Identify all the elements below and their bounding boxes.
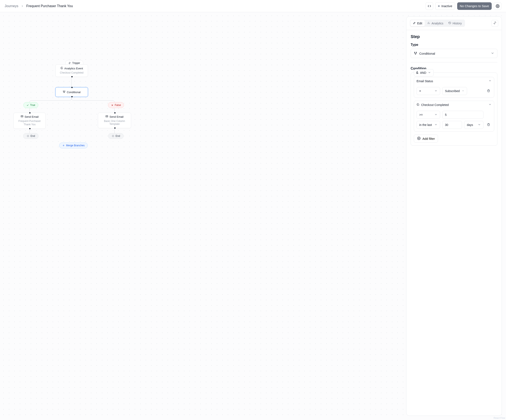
tab-history[interactable]: History <box>446 20 464 26</box>
type-label: Type <box>411 43 497 47</box>
breadcrumb-root[interactable]: Journeys <box>5 4 18 8</box>
ampersand-icon: & <box>416 71 419 75</box>
chevron-down-icon <box>462 89 464 93</box>
filter-op-select[interactable]: = <box>417 87 440 95</box>
chevron-down-icon <box>491 52 494 56</box>
filter-op-select[interactable]: >= <box>417 111 440 119</box>
chevron-down-icon <box>478 123 481 127</box>
svg-point-7 <box>65 91 65 91</box>
collapse-button[interactable] <box>492 20 498 27</box>
send-email-false-node[interactable]: Send Email Basic One Column Template <box>98 113 131 128</box>
filter-field-select[interactable]: Email Status <box>417 79 492 85</box>
filter-window-value-input[interactable] <box>442 121 462 129</box>
trigger-title: Analytics Event <box>64 67 83 70</box>
panel-header: Edit Analytics History <box>406 17 502 30</box>
tab-analytics[interactable]: Analytics <box>425 20 446 26</box>
status-button[interactable]: Inactive <box>435 2 455 10</box>
gear-icon <box>496 4 499 8</box>
header-actions: Inactive No Changes to Save <box>426 2 501 10</box>
end-pill-right[interactable]: End <box>108 133 124 139</box>
trigger-label: Trigger <box>72 62 80 65</box>
code-button[interactable] <box>426 2 433 10</box>
trigger-node[interactable]: Analytics Event Checkout Completed <box>55 64 88 77</box>
filter-field-label: Email Status <box>417 79 433 83</box>
filter-op-value: >= <box>419 113 423 116</box>
filter-email-status: Email Status = Subscribed <box>414 77 494 98</box>
plus-circle-icon <box>417 136 421 141</box>
send-email-true-title: Send Email <box>25 115 39 118</box>
status-dot-icon <box>438 5 440 7</box>
true-label: True <box>30 104 35 107</box>
conditional-node[interactable]: Conditional <box>55 87 88 97</box>
type-select[interactable]: Conditional <box>411 49 497 58</box>
check-circle-icon <box>417 103 419 107</box>
filter-window-rel: in the last <box>419 123 432 127</box>
pencil-icon <box>413 21 416 25</box>
trash-icon <box>487 89 490 93</box>
app-header: Journeys Frequent Purchaser Thank You In… <box>0 0 506 12</box>
history-icon <box>448 21 451 25</box>
filter-window-rel-select[interactable]: in the last <box>417 121 440 129</box>
end-pill-left[interactable]: End <box>23 133 39 139</box>
step-panel: Edit Analytics History Step Type <box>406 16 502 416</box>
chevron-down-icon <box>434 123 437 127</box>
type-value: Conditional <box>419 52 435 55</box>
svg-point-6 <box>63 91 64 91</box>
delete-filter-button[interactable] <box>486 122 492 128</box>
logic-label: AND <box>420 71 426 74</box>
delete-filter-button[interactable] <box>486 88 492 94</box>
add-filter-label: Add filter <box>422 137 435 140</box>
breadcrumb: Journeys Frequent Purchaser Thank You <box>5 4 73 8</box>
filter-checkout-completed: Checkout Completed >= <box>414 101 494 132</box>
filter-window-value[interactable] <box>445 123 459 127</box>
send-email-true-node[interactable]: Send Email Frequent Purchaser Thank You <box>13 113 46 129</box>
tab-edit[interactable]: Edit <box>410 20 425 26</box>
check-icon <box>27 104 29 106</box>
merge-branches-pill[interactable]: Merge Branches <box>59 142 88 149</box>
add-filter-button[interactable]: Add filter <box>414 135 438 142</box>
status-label: Inactive <box>441 4 452 8</box>
condition-group: & AND Email Status = <box>411 72 497 146</box>
breadcrumb-current: Frequent Purchaser Thank You <box>26 4 73 8</box>
bar-chart-icon <box>427 21 430 25</box>
filter-value: Subscribed <box>445 89 460 93</box>
minimize-icon <box>493 21 496 25</box>
filter-field-select[interactable]: Checkout Completed <box>417 103 492 109</box>
tab-history-label: History <box>453 22 462 25</box>
filter-window-unit-select[interactable]: days <box>464 121 484 129</box>
check-circle-icon <box>60 67 63 70</box>
send-email-false-title: Send Email <box>109 115 123 118</box>
step-heading: Step <box>411 34 497 39</box>
circle-icon <box>112 135 114 137</box>
chevron-down-icon <box>488 79 492 83</box>
svg-point-13 <box>414 52 415 52</box>
branch-false-pill[interactable]: False <box>108 102 124 108</box>
save-button[interactable]: No Changes to Save <box>457 2 492 10</box>
merge-label: Merge Branches <box>66 144 85 147</box>
chevron-right-icon <box>21 5 24 7</box>
trigger-subtitle: Checkout Completed <box>59 71 84 74</box>
tab-edit-label: Edit <box>417 22 422 25</box>
end-label: End <box>31 135 35 137</box>
svg-point-15 <box>415 54 416 54</box>
logic-selector[interactable]: & AND <box>414 69 434 76</box>
svg-point-14 <box>416 52 417 52</box>
chevron-down-icon <box>488 103 492 107</box>
settings-button[interactable] <box>494 2 501 10</box>
branch-true-pill[interactable]: True <box>23 102 38 108</box>
svg-point-11 <box>27 135 29 137</box>
filter-field-label: Checkout Completed <box>421 103 449 107</box>
circle-icon <box>27 135 29 137</box>
filter-count-input[interactable] <box>442 111 484 119</box>
filter-value-select[interactable]: Subscribed <box>442 87 467 95</box>
svg-point-12 <box>112 135 114 137</box>
filter-count-value[interactable] <box>445 113 481 116</box>
x-icon <box>111 104 113 106</box>
false-label: False <box>115 104 121 107</box>
attribution-label: React Flow <box>493 417 505 419</box>
plus-icon <box>62 144 65 147</box>
send-email-false-subtitle: Basic One Column Template <box>102 120 127 125</box>
send-email-true-subtitle: Frequent Purchaser Thank You <box>18 120 42 126</box>
tab-analytics-label: Analytics <box>432 22 443 25</box>
svg-point-0 <box>497 6 498 6</box>
